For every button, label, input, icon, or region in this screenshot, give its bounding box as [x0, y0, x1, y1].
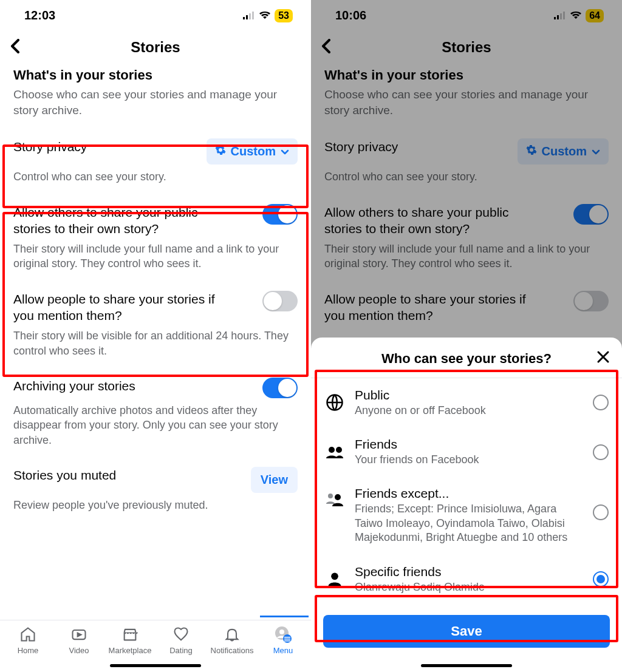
- friends-icon: [324, 442, 345, 463]
- page-title: Stories: [311, 39, 622, 56]
- custom-label: Custom: [542, 144, 587, 158]
- globe-icon: [324, 392, 345, 413]
- status-bar: 10:06 64: [311, 0, 622, 26]
- opt-friends[interactable]: Friends Your friends on Facebook: [311, 427, 622, 477]
- row-title: Stories you muted: [13, 467, 116, 483]
- section-title: What's in your stories: [13, 67, 298, 83]
- row-title: Allow others to share your public storie…: [324, 204, 525, 237]
- tab-label: Dating: [169, 646, 193, 655]
- svg-rect-9: [284, 639, 290, 640]
- muted-row[interactable]: Stories you muted View Review people you…: [13, 457, 298, 522]
- row-title: Allow others to share your public storie…: [13, 204, 214, 237]
- video-icon: [70, 625, 88, 643]
- row-desc: Their story will be visible for an addit…: [13, 328, 298, 358]
- opt-desc: Anyone on or off Facebook: [355, 404, 583, 418]
- svg-point-6: [279, 630, 284, 634]
- status-right: 53: [243, 8, 293, 22]
- opt-friends-except[interactable]: Friends except... Friends; Except: Princ…: [311, 477, 622, 554]
- mention-row: Allow people to share your stories if yo…: [324, 281, 609, 334]
- opt-desc: Friends; Except: Prince Imisioluwa, Agar…: [355, 502, 583, 545]
- opt-title: Specific friends: [355, 565, 583, 579]
- svg-point-20: [331, 573, 338, 580]
- svg-point-16: [329, 447, 335, 453]
- gear-icon: [215, 144, 226, 158]
- tab-label: Menu: [273, 646, 293, 655]
- share-toggle[interactable]: [262, 204, 298, 225]
- bell-icon: [223, 625, 241, 643]
- custom-button[interactable]: Custom: [207, 138, 298, 165]
- custom-button[interactable]: Custom: [518, 138, 609, 165]
- share-toggle[interactable]: [573, 204, 609, 225]
- tab-menu[interactable]: Menu: [259, 625, 307, 655]
- row-title: Story privacy: [324, 138, 398, 155]
- page-header: Stories: [0, 26, 311, 67]
- opt-specific[interactable]: Specific friends Olanrewaju Sodiq Olamid…: [311, 555, 622, 604]
- row-title: Story privacy: [13, 138, 87, 155]
- tab-home[interactable]: Home: [4, 625, 52, 655]
- opt-title: Friends except...: [355, 486, 583, 501]
- row-desc: Their story will include your full name …: [13, 242, 298, 271]
- opt-desc: Your friends on Facebook: [355, 453, 583, 467]
- story-privacy-row[interactable]: Story privacy Custom Control who can see…: [324, 129, 609, 194]
- active-tab-indicator: [260, 616, 309, 617]
- back-button[interactable]: [10, 38, 19, 56]
- svg-rect-8: [284, 637, 290, 638]
- svg-point-17: [336, 447, 342, 453]
- back-button[interactable]: [321, 38, 330, 56]
- row-desc: Control who can see your story.: [13, 169, 298, 184]
- row-title: Allow people to share your stories if yo…: [324, 291, 549, 324]
- radio-public[interactable]: [593, 395, 609, 410]
- status-right: 64: [554, 8, 604, 22]
- share-row: Allow others to share your public storie…: [324, 194, 609, 281]
- section-desc: Choose who can see your stories and mana…: [13, 87, 298, 118]
- mention-toggle[interactable]: [573, 291, 609, 311]
- tab-dating[interactable]: Dating: [157, 625, 205, 655]
- section-title: What's in your stories: [324, 67, 609, 83]
- svg-rect-14: [563, 12, 565, 19]
- sheet-list: Public Anyone on or off Facebook Friends…: [311, 378, 622, 604]
- view-button[interactable]: View: [251, 467, 298, 493]
- mention-toggle[interactable]: [262, 291, 298, 311]
- radio-friends[interactable]: [593, 444, 609, 460]
- wifi-icon: [570, 8, 582, 22]
- tab-video[interactable]: Video: [55, 625, 103, 655]
- privacy-sheet: Who can see your stories? Public Anyone …: [311, 338, 622, 672]
- wifi-icon: [259, 8, 271, 22]
- phone-left: 12:03 53 Stories What's in your stories …: [0, 0, 311, 672]
- share-row: Allow others to share your public storie…: [13, 194, 298, 281]
- save-button[interactable]: Save: [323, 615, 610, 648]
- home-indicator: [110, 664, 201, 667]
- phone-right: 10:06 64 Stories What's in your stories …: [311, 0, 622, 672]
- close-icon[interactable]: [596, 349, 610, 368]
- battery-badge: 53: [275, 9, 293, 22]
- svg-rect-2: [249, 13, 251, 19]
- radio-except[interactable]: [593, 504, 609, 520]
- tab-notifications[interactable]: Notifications: [208, 625, 256, 655]
- tab-marketplace[interactable]: Marketplace: [106, 625, 154, 655]
- tab-label: Marketplace: [109, 646, 152, 655]
- opt-title: Public: [355, 388, 583, 402]
- row-desc: Automatically archive photos and videos …: [13, 403, 298, 447]
- svg-rect-1: [246, 15, 248, 19]
- opt-public[interactable]: Public Anyone on or off Facebook: [311, 378, 622, 427]
- gear-icon: [526, 144, 537, 158]
- tab-label: Notifications: [211, 646, 254, 655]
- svg-rect-10: [284, 640, 290, 642]
- page-header: Stories: [311, 26, 622, 67]
- radio-specific[interactable]: [593, 571, 609, 587]
- story-privacy-row[interactable]: Story privacy Custom Control who can see…: [13, 129, 298, 194]
- opt-title: Friends: [355, 437, 583, 452]
- page-title: Stories: [0, 39, 311, 56]
- status-time: 10:06: [335, 8, 366, 22]
- opt-desc: Olanrewaju Sodiq Olamide: [355, 580, 583, 594]
- friends-except-icon: [324, 489, 345, 509]
- signal-icon: [243, 8, 255, 22]
- sheet-header: Who can see your stories?: [311, 338, 622, 378]
- signal-icon: [554, 8, 566, 22]
- tab-label: Home: [18, 646, 39, 655]
- archive-toggle[interactable]: [262, 378, 298, 398]
- home-icon: [19, 625, 37, 643]
- archive-row: Archiving your stories Automatically arc…: [13, 368, 298, 457]
- status-bar: 12:03 53: [0, 0, 311, 26]
- row-title: Archiving your stories: [13, 378, 135, 394]
